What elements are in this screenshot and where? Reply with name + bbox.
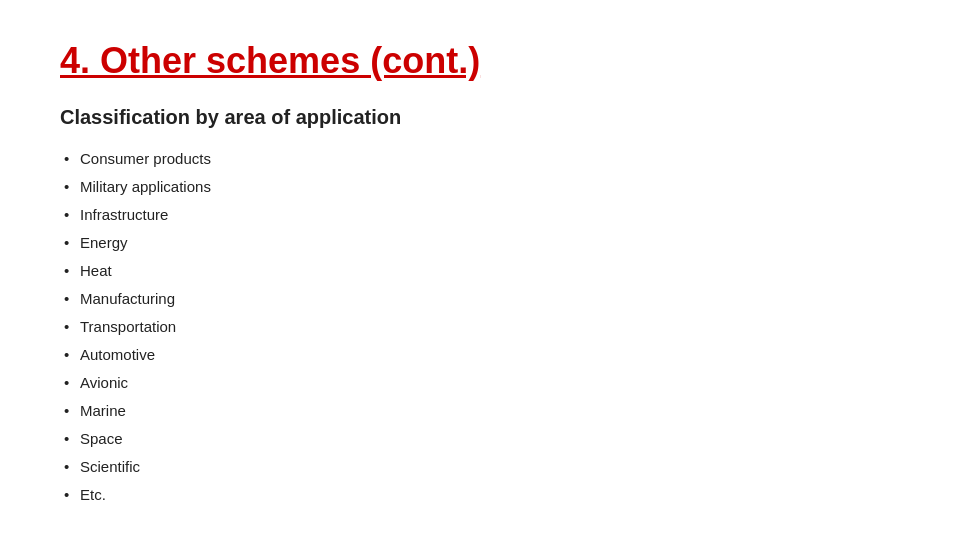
list-item: Energy (60, 229, 900, 257)
list-item: Scientific (60, 453, 900, 481)
list-item: Manufacturing (60, 285, 900, 313)
list-item: Infrastructure (60, 201, 900, 229)
slide-subtitle: Classification by area of application (60, 106, 900, 129)
list-item: Consumer products (60, 145, 900, 173)
list-item: Transportation (60, 313, 900, 341)
list-item: Heat (60, 257, 900, 285)
slide: 4. Other schemes (cont.) Classification … (0, 0, 960, 540)
list-item: Etc. (60, 481, 900, 509)
list-item: Avionic (60, 369, 900, 397)
list-item: Automotive (60, 341, 900, 369)
list-item: Marine (60, 397, 900, 425)
list-item: Space (60, 425, 900, 453)
slide-title: 4. Other schemes (cont.) (60, 40, 900, 82)
bullet-list: Consumer productsMilitary applicationsIn… (60, 145, 900, 509)
list-item: Military applications (60, 173, 900, 201)
